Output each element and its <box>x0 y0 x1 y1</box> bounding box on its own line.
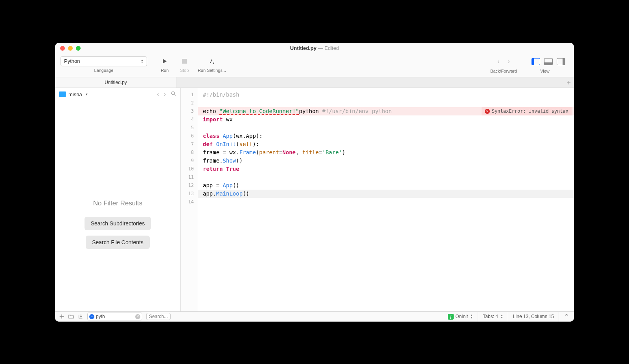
filter-type-icon: ≡ <box>89 314 94 319</box>
search-icon[interactable] <box>171 91 177 97</box>
window-title: Untitled.py — Edited <box>55 45 574 51</box>
error-icon: ✕ <box>485 109 490 114</box>
editor[interactable]: 1234567891011121314 ✕ SyntaxError: inval… <box>181 88 574 311</box>
function-icon: ƒ <box>448 314 454 320</box>
view-label: View <box>521 69 568 73</box>
stop-label: Stop <box>175 68 194 73</box>
expand-button[interactable]: ⌃ <box>559 311 574 322</box>
sidebar-forward-button[interactable]: › <box>164 91 166 98</box>
sidebar-body: No Filter Results Search Subdirectories … <box>55 101 180 311</box>
run-settings-button[interactable] <box>206 56 218 66</box>
search-input[interactable]: Search... <box>146 313 171 320</box>
nav-back-button[interactable]: ‹ <box>497 57 500 66</box>
search-file-contents-button[interactable]: Search File Contents <box>86 236 150 249</box>
add-icon[interactable] <box>59 314 64 319</box>
folder-icon[interactable] <box>68 314 74 319</box>
sidebar-header: misha ▾ ‹ › <box>55 88 180 101</box>
nav-forward-button[interactable]: › <box>508 57 510 66</box>
run-label: Run <box>155 68 175 73</box>
svg-rect-0 <box>182 59 187 64</box>
language-label: Language <box>61 68 147 73</box>
function-indicator[interactable]: ƒ OnInit ▲▼ <box>443 311 478 322</box>
new-tab-button[interactable]: + <box>566 79 571 87</box>
select-arrows-icon: ▲▼ <box>141 59 143 64</box>
clear-filter-icon[interactable]: ✕ <box>135 314 140 319</box>
error-badge[interactable]: ✕ SyntaxError: invalid syntax <box>482 107 572 115</box>
svg-point-1 <box>172 92 175 95</box>
import-icon[interactable] <box>78 314 83 319</box>
svg-line-2 <box>174 94 175 95</box>
back-forward-label: Back/Forward <box>486 69 521 73</box>
cursor-position: Line 13, Column 15 <box>508 311 559 322</box>
tabs-indicator[interactable]: Tabs: 4 ▲▼ <box>478 311 508 322</box>
view-bottom-panel-button[interactable] <box>544 58 553 65</box>
home-folder-icon <box>59 91 66 97</box>
filter-input[interactable]: ≡ pyth ✕ <box>87 313 142 320</box>
status-bar: ≡ pyth ✕ Search... ƒ OnInit ▲▼ Tabs: 4 ▲… <box>55 311 574 322</box>
run-button[interactable] <box>158 56 171 66</box>
view-left-panel-button[interactable] <box>532 58 540 65</box>
app-window: Untitled.py — Edited Python ▲▼ Language … <box>55 43 574 322</box>
gutter: 1234567891011121314 <box>181 88 198 311</box>
tab-bar: Untitled.py + <box>55 77 574 88</box>
run-settings-label: Run Settings... <box>194 68 230 73</box>
stop-button[interactable] <box>178 56 191 66</box>
sidebar-back-button[interactable]: ‹ <box>157 91 159 98</box>
sidebar: misha ▾ ‹ › No Filter Results Search Sub… <box>55 88 181 311</box>
titlebar: Untitled.py — Edited <box>55 43 574 54</box>
search-subdirectories-button[interactable]: Search Subdirectories <box>85 217 151 230</box>
code-area[interactable]: ✕ SyntaxError: invalid syntax #!/bin/bas… <box>198 88 574 311</box>
chevron-down-icon[interactable]: ▾ <box>86 92 88 96</box>
no-filter-results: No Filter Results <box>93 199 143 207</box>
toolbar: Python ▲▼ Language Run Stop Run Settings… <box>55 54 574 77</box>
language-select[interactable]: Python ▲▼ <box>61 56 147 66</box>
tab-untitled[interactable]: Untitled.py <box>55 77 177 88</box>
sidebar-folder-name[interactable]: misha <box>68 91 82 97</box>
view-right-panel-button[interactable] <box>557 58 565 65</box>
